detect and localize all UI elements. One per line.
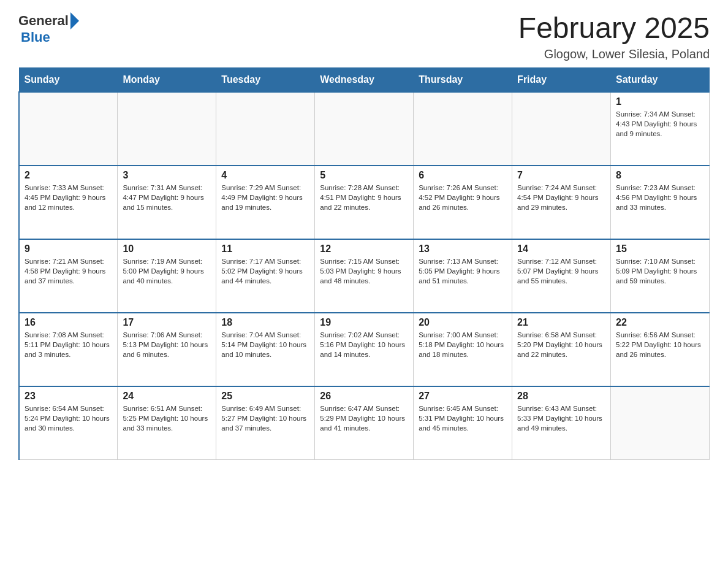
day-info: Sunrise: 6:58 AM Sunset: 5:20 PM Dayligh… <box>517 330 605 359</box>
calendar-cell: 14Sunrise: 7:12 AM Sunset: 5:07 PM Dayli… <box>512 239 611 313</box>
calendar-cell <box>512 92 611 166</box>
calendar-cell: 16Sunrise: 7:08 AM Sunset: 5:11 PM Dayli… <box>19 313 118 386</box>
calendar-cell: 28Sunrise: 6:43 AM Sunset: 5:33 PM Dayli… <box>512 386 611 460</box>
calendar-header: SundayMondayTuesdayWednesdayThursdayFrid… <box>19 67 710 92</box>
calendar-week-row: 9Sunrise: 7:21 AM Sunset: 4:58 PM Daylig… <box>19 239 710 313</box>
calendar-cell: 21Sunrise: 6:58 AM Sunset: 5:20 PM Dayli… <box>512 313 611 386</box>
calendar-cell: 7Sunrise: 7:24 AM Sunset: 4:54 PM Daylig… <box>512 166 611 239</box>
calendar-cell: 26Sunrise: 6:47 AM Sunset: 5:29 PM Dayli… <box>315 386 414 460</box>
day-number: 10 <box>123 243 211 255</box>
day-number: 24 <box>123 391 211 402</box>
calendar-cell: 4Sunrise: 7:29 AM Sunset: 4:49 PM Daylig… <box>216 166 315 239</box>
day-info: Sunrise: 7:06 AM Sunset: 5:13 PM Dayligh… <box>123 330 211 359</box>
day-info: Sunrise: 7:21 AM Sunset: 4:58 PM Dayligh… <box>25 256 112 286</box>
day-info: Sunrise: 6:49 AM Sunset: 5:27 PM Dayligh… <box>221 404 309 433</box>
day-info: Sunrise: 7:34 AM Sunset: 4:43 PM Dayligh… <box>616 109 704 139</box>
day-info: Sunrise: 6:43 AM Sunset: 5:33 PM Dayligh… <box>517 404 605 433</box>
calendar-cell: 10Sunrise: 7:19 AM Sunset: 5:00 PM Dayli… <box>118 239 216 313</box>
day-number: 13 <box>419 243 507 255</box>
day-info: Sunrise: 7:17 AM Sunset: 5:02 PM Dayligh… <box>221 256 309 286</box>
calendar-cell: 22Sunrise: 6:56 AM Sunset: 5:22 PM Dayli… <box>611 313 710 386</box>
day-info: Sunrise: 6:51 AM Sunset: 5:25 PM Dayligh… <box>123 404 211 433</box>
calendar-title: February 2025 <box>518 12 710 45</box>
logo: General Blue <box>18 12 81 45</box>
day-number: 15 <box>616 243 704 255</box>
day-number: 22 <box>616 317 704 328</box>
day-info: Sunrise: 7:33 AM Sunset: 4:45 PM Dayligh… <box>25 183 112 212</box>
day-info: Sunrise: 7:00 AM Sunset: 5:18 PM Dayligh… <box>419 330 507 359</box>
calendar-cell: 6Sunrise: 7:26 AM Sunset: 4:52 PM Daylig… <box>414 166 512 239</box>
day-info: Sunrise: 6:45 AM Sunset: 5:31 PM Dayligh… <box>419 404 507 433</box>
day-number: 11 <box>221 243 309 255</box>
day-info: Sunrise: 7:19 AM Sunset: 5:00 PM Dayligh… <box>123 256 211 286</box>
calendar-week-row: 23Sunrise: 6:54 AM Sunset: 5:24 PM Dayli… <box>19 386 710 460</box>
day-number: 14 <box>517 243 605 255</box>
day-info: Sunrise: 7:15 AM Sunset: 5:03 PM Dayligh… <box>320 256 408 286</box>
day-info: Sunrise: 7:02 AM Sunset: 5:16 PM Dayligh… <box>320 330 408 359</box>
day-info: Sunrise: 7:10 AM Sunset: 5:09 PM Dayligh… <box>616 256 704 286</box>
logo-general-text: General <box>18 13 69 29</box>
calendar-cell <box>216 92 315 166</box>
day-number: 3 <box>123 170 211 181</box>
day-info: Sunrise: 7:28 AM Sunset: 4:51 PM Dayligh… <box>320 183 408 212</box>
weekday-header-sunday: Sunday <box>19 67 118 92</box>
logo-blue-text: Blue <box>21 29 81 45</box>
calendar-cell <box>19 92 118 166</box>
day-number: 16 <box>25 317 112 328</box>
day-number: 18 <box>221 317 309 328</box>
day-number: 2 <box>25 170 112 181</box>
calendar-cell: 19Sunrise: 7:02 AM Sunset: 5:16 PM Dayli… <box>315 313 414 386</box>
day-number: 7 <box>517 170 605 181</box>
day-number: 28 <box>517 391 605 402</box>
page-header: General Blue February 2025 Glogow, Lower… <box>18 12 710 61</box>
weekday-header-saturday: Saturday <box>611 67 710 92</box>
day-number: 4 <box>221 170 309 181</box>
calendar-cell: 25Sunrise: 6:49 AM Sunset: 5:27 PM Dayli… <box>216 386 315 460</box>
day-number: 12 <box>320 243 408 255</box>
day-number: 27 <box>419 391 507 402</box>
day-info: Sunrise: 7:29 AM Sunset: 4:49 PM Dayligh… <box>221 183 309 212</box>
day-info: Sunrise: 7:31 AM Sunset: 4:47 PM Dayligh… <box>123 183 211 212</box>
calendar-week-row: 2Sunrise: 7:33 AM Sunset: 4:45 PM Daylig… <box>19 166 710 239</box>
calendar-cell: 1Sunrise: 7:34 AM Sunset: 4:43 PM Daylig… <box>611 92 710 166</box>
calendar-cell: 5Sunrise: 7:28 AM Sunset: 4:51 PM Daylig… <box>315 166 414 239</box>
calendar-cell <box>414 92 512 166</box>
calendar-cell: 17Sunrise: 7:06 AM Sunset: 5:13 PM Dayli… <box>118 313 216 386</box>
calendar-cell <box>118 92 216 166</box>
weekday-header-row: SundayMondayTuesdayWednesdayThursdayFrid… <box>19 67 710 92</box>
day-info: Sunrise: 6:47 AM Sunset: 5:29 PM Dayligh… <box>320 404 408 433</box>
calendar-cell: 9Sunrise: 7:21 AM Sunset: 4:58 PM Daylig… <box>19 239 118 313</box>
day-number: 25 <box>221 391 309 402</box>
calendar-cell: 27Sunrise: 6:45 AM Sunset: 5:31 PM Dayli… <box>414 386 512 460</box>
day-info: Sunrise: 7:26 AM Sunset: 4:52 PM Dayligh… <box>419 183 507 212</box>
calendar-subtitle: Glogow, Lower Silesia, Poland <box>518 47 710 61</box>
calendar-cell: 20Sunrise: 7:00 AM Sunset: 5:18 PM Dayli… <box>414 313 512 386</box>
calendar-cell: 8Sunrise: 7:23 AM Sunset: 4:56 PM Daylig… <box>611 166 710 239</box>
day-number: 26 <box>320 391 408 402</box>
weekday-header-friday: Friday <box>512 67 611 92</box>
calendar-week-row: 16Sunrise: 7:08 AM Sunset: 5:11 PM Dayli… <box>19 313 710 386</box>
calendar-week-row: 1Sunrise: 7:34 AM Sunset: 4:43 PM Daylig… <box>19 92 710 166</box>
calendar-title-area: February 2025 Glogow, Lower Silesia, Pol… <box>518 12 710 61</box>
day-info: Sunrise: 7:12 AM Sunset: 5:07 PM Dayligh… <box>517 256 605 286</box>
day-info: Sunrise: 7:13 AM Sunset: 5:05 PM Dayligh… <box>419 256 507 286</box>
day-number: 1 <box>616 96 704 107</box>
weekday-header-wednesday: Wednesday <box>315 67 414 92</box>
day-number: 5 <box>320 170 408 181</box>
calendar-cell <box>611 386 710 460</box>
weekday-header-monday: Monday <box>118 67 216 92</box>
day-info: Sunrise: 7:23 AM Sunset: 4:56 PM Dayligh… <box>616 183 704 212</box>
day-number: 17 <box>123 317 211 328</box>
calendar-cell: 24Sunrise: 6:51 AM Sunset: 5:25 PM Dayli… <box>118 386 216 460</box>
day-number: 23 <box>25 391 112 402</box>
calendar-cell: 13Sunrise: 7:13 AM Sunset: 5:05 PM Dayli… <box>414 239 512 313</box>
calendar-cell: 2Sunrise: 7:33 AM Sunset: 4:45 PM Daylig… <box>19 166 118 239</box>
day-number: 21 <box>517 317 605 328</box>
day-number: 20 <box>419 317 507 328</box>
day-info: Sunrise: 7:24 AM Sunset: 4:54 PM Dayligh… <box>517 183 605 212</box>
weekday-header-thursday: Thursday <box>414 67 512 92</box>
day-number: 19 <box>320 317 408 328</box>
calendar-cell: 15Sunrise: 7:10 AM Sunset: 5:09 PM Dayli… <box>611 239 710 313</box>
calendar-cell: 12Sunrise: 7:15 AM Sunset: 5:03 PM Dayli… <box>315 239 414 313</box>
day-info: Sunrise: 6:54 AM Sunset: 5:24 PM Dayligh… <box>25 404 112 433</box>
